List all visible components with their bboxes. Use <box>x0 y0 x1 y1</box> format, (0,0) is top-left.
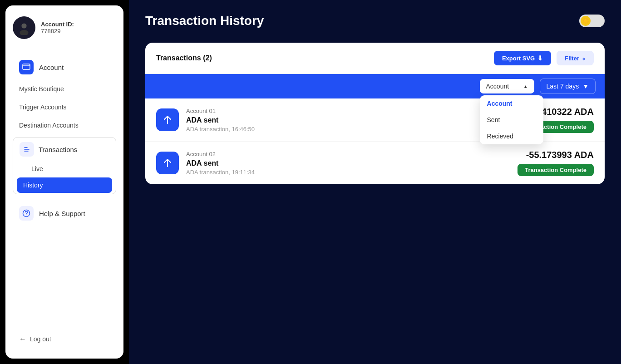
sidebar-nav: Account Mystic Boutique Trigger Accounts… <box>13 55 116 330</box>
transaction-account: Account 02 <box>186 151 510 157</box>
transactions-sub: Live History <box>13 161 116 194</box>
sidebar: Account ID: 778829 Account Mystic Boutiq… <box>5 5 123 359</box>
account-dropdown[interactable]: Account ▲ Account Sent Recieved <box>480 79 534 93</box>
logout-label: Log out <box>30 335 51 343</box>
transactions-header[interactable]: Transactions <box>13 138 116 161</box>
filter-bar: Account ▲ Account Sent Recieved <box>145 74 605 98</box>
logout-icon: ← <box>19 335 26 343</box>
chevron-down-icon: ▼ <box>582 83 589 90</box>
transaction-info: Account 02 ADA sent ADA transaction, 19:… <box>186 151 510 176</box>
transactions-label: Transactions <box>39 146 77 153</box>
sidebar-item-help-support[interactable]: Help & Support <box>13 202 116 225</box>
page-title: Transaction History <box>145 14 264 28</box>
profile-section: Account ID: 778829 <box>13 16 116 39</box>
sidebar-item-history[interactable]: History <box>17 177 112 193</box>
account-label: Account <box>39 64 64 71</box>
sidebar-item-live[interactable]: Live <box>13 161 116 177</box>
account-dropdown-menu: Account Sent Recieved <box>480 95 543 144</box>
transaction-account: Account 01 <box>186 108 510 114</box>
download-icon: ⬇ <box>537 54 543 62</box>
account-id-label: Account ID: <box>41 21 74 28</box>
chevron-down-icon: ▲ <box>523 84 528 89</box>
avatar <box>13 16 35 39</box>
transaction-info: Account 01 ADA sent ADA transaction, 16:… <box>186 108 510 133</box>
transactions-icon <box>20 142 34 157</box>
theme-toggle[interactable]: ☀️ <box>579 15 605 27</box>
main-header: Transaction History ☀️ <box>145 14 605 28</box>
transactions-section: Transactions Live History <box>13 137 116 194</box>
help-icon <box>19 206 34 221</box>
account-select-label: Account <box>486 83 509 90</box>
filter-button[interactable]: Filter ⬦ <box>557 51 594 65</box>
transactions-card: Transactions (2) Export SVG ⬇ Filter ⬦ A… <box>145 43 605 184</box>
profile-info: Account ID: 778829 <box>41 21 74 34</box>
transaction-amount: -55.173993 ADA <box>526 150 594 160</box>
transaction-type: ADA sent <box>186 159 510 167</box>
export-svg-button[interactable]: Export SVG ⬇ <box>494 51 551 65</box>
transaction-detail: ADA transaction, 16:46:50 <box>186 126 510 133</box>
sidebar-item-mystic-boutique[interactable]: Mystic Boutique <box>13 81 116 97</box>
svg-point-5 <box>26 215 27 216</box>
account-select-button[interactable]: Account ▲ <box>480 79 534 93</box>
transaction-icon <box>156 108 179 131</box>
transactions-count-title: Transactions (2) <box>156 54 212 62</box>
dropdown-item-received[interactable]: Recieved <box>480 128 543 144</box>
help-support-label: Help & Support <box>39 210 85 217</box>
svg-point-1 <box>21 23 26 28</box>
transactions-card-header: Transactions (2) Export SVG ⬇ Filter ⬦ <box>145 43 605 74</box>
export-label: Export SVG <box>502 55 535 62</box>
transaction-detail: ADA transaction, 19:11:34 <box>186 169 510 176</box>
transaction-type: ADA sent <box>186 116 510 124</box>
time-select-label: Last 7 days <box>547 83 579 90</box>
logout-button[interactable]: ← Log out <box>13 330 116 348</box>
account-icon <box>19 60 34 74</box>
transaction-row[interactable]: Account 02 ADA sent ADA transaction, 19:… <box>145 142 605 184</box>
account-id-value: 778829 <box>41 28 74 34</box>
svg-rect-3 <box>23 64 30 69</box>
header-actions: Export SVG ⬇ Filter ⬦ <box>494 51 594 65</box>
dropdown-item-account[interactable]: Account <box>480 95 543 112</box>
time-select-button[interactable]: Last 7 days ▼ <box>540 79 596 94</box>
transaction-icon <box>156 152 179 174</box>
main-content: Transaction History ☀️ Transactions (2) … <box>129 0 621 364</box>
dropdown-item-sent[interactable]: Sent <box>480 112 543 128</box>
sidebar-item-trigger-accounts[interactable]: Trigger Accounts <box>13 99 116 115</box>
sidebar-item-destination-accounts[interactable]: Destination Accounts <box>13 117 116 133</box>
sidebar-item-account[interactable]: Account <box>13 55 116 79</box>
filter-label: Filter <box>565 55 579 62</box>
transaction-right: -55.173993 ADA Transaction Complete <box>518 150 594 176</box>
sun-icon: ☀️ <box>581 16 591 26</box>
filter-icon: ⬦ <box>582 55 586 62</box>
transaction-status: Transaction Complete <box>518 164 594 176</box>
